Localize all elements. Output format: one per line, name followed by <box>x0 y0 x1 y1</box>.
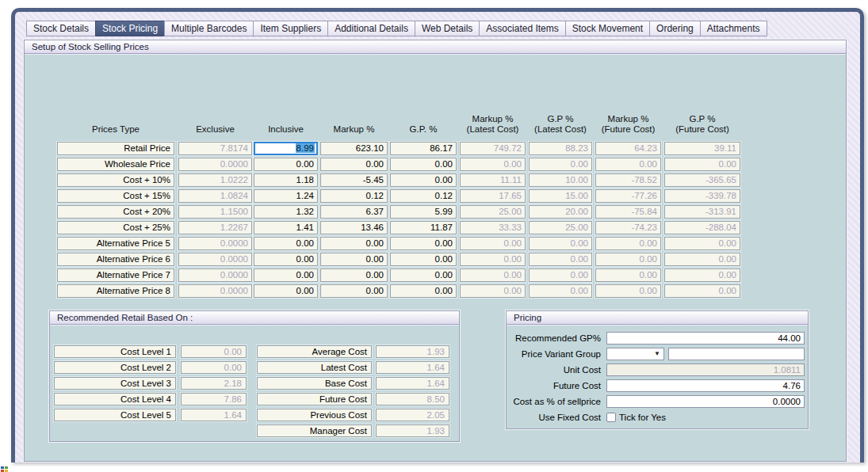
use-fixed-cost-checkbox[interactable] <box>606 413 616 422</box>
price-cell-inclusive[interactable]: 0.00 <box>254 158 318 171</box>
price-table: Retail Price 7.81748.99623.1086.17749.72… <box>57 142 740 300</box>
recommended-gp-input[interactable]: 44.00 <box>606 332 805 344</box>
price-cell-gp_latest: 0.00 <box>529 253 592 266</box>
price-table-row: Retail Price 7.81748.99623.1086.17749.72… <box>57 142 740 155</box>
price-cell-inclusive[interactable]: 1.41 <box>254 221 318 234</box>
price-cell-gp_future: 0.00 <box>664 284 740 298</box>
tab-label: Stock Movement <box>572 23 643 34</box>
price-cell-gp[interactable]: 0.00 <box>390 158 457 171</box>
price-cell-gp_latest: 0.00 <box>529 158 592 171</box>
cost-row: Latest Cost 1.64 <box>257 361 449 374</box>
price-cell-gp_future: -339.78 <box>664 189 740 203</box>
tab[interactable]: Multiple Barcodes <box>164 21 254 36</box>
price-cell-gp[interactable]: 0.12 <box>390 189 457 203</box>
price-cell-markup_latest: 25.00 <box>460 205 526 219</box>
cost-row-value: 2.18 <box>181 377 247 390</box>
tab-label: Ordering <box>656 23 694 34</box>
selected-text: 8.99 <box>296 143 315 153</box>
price-cell-markup[interactable]: 623.10 <box>320 142 388 155</box>
price-row-label: Cost + 25% <box>57 221 174 234</box>
price-cell-inclusive[interactable]: 0.00 <box>254 268 318 282</box>
price-cell-gp_latest: 0.00 <box>529 284 592 298</box>
cost-percent-sellprice-input[interactable]: 0.0000 <box>606 395 805 408</box>
price-cell-inclusive[interactable]: 0.00 <box>254 237 318 250</box>
cost-row-label: Manager Cost <box>257 424 372 437</box>
price-cell-gp[interactable]: 0.00 <box>390 284 457 298</box>
column-header-line1: G.P % <box>529 114 592 124</box>
price-cell-gp_future: 0.00 <box>664 253 740 266</box>
price-cell-markup_latest: 0.00 <box>460 268 526 282</box>
column-header-line2: (Future Cost) <box>595 124 661 135</box>
price-cell-gp[interactable]: 0.00 <box>390 268 457 282</box>
tab-label: Associated Items <box>486 23 558 34</box>
price-cell-markup_future: -75.84 <box>595 205 661 219</box>
price-variant-group-dropdown[interactable]: ▼ <box>606 348 664 360</box>
price-cell-inclusive[interactable]: 0.00 <box>254 284 318 298</box>
tick-for-yes-label: Tick for Yes <box>619 411 666 424</box>
price-cell-inclusive[interactable]: 1.24 <box>254 189 318 203</box>
tab[interactable]: Stock Pricing <box>95 21 165 36</box>
price-cell-markup_latest: 0.00 <box>460 158 526 171</box>
cost-row-label: Latest Cost <box>257 361 372 374</box>
cost-row-value: 7.86 <box>181 393 247 405</box>
tab[interactable]: Attachments <box>700 21 767 36</box>
price-table-row: Alternative Price 5 0.00000.000.000.000.… <box>57 237 740 250</box>
price-cell-markup[interactable]: 0.00 <box>320 284 388 298</box>
price-cell-markup[interactable]: -5.45 <box>320 173 388 187</box>
price-variant-group-input[interactable] <box>668 348 805 360</box>
price-cell-inclusive[interactable]: 1.18 <box>254 173 318 187</box>
tab[interactable]: Stock Details <box>26 21 96 36</box>
price-cell-markup[interactable]: 0.00 <box>320 237 388 250</box>
price-cell-gp[interactable]: 0.00 <box>390 237 457 250</box>
cost-row-value: 1.93 <box>376 345 449 358</box>
price-table-row: Alternative Price 6 0.00000.000.000.000.… <box>57 253 740 266</box>
column-header-line1: Markup % <box>320 124 388 135</box>
price-cell-markup[interactable]: 13.46 <box>320 221 388 234</box>
tab[interactable]: Stock Movement <box>565 21 650 36</box>
price-cell-markup_latest: 33.33 <box>460 221 526 234</box>
price-cell-markup[interactable]: 0.12 <box>320 189 388 203</box>
price-cell-markup_future: -78.52 <box>595 173 661 187</box>
future-cost-input[interactable]: 4.76 <box>606 379 805 392</box>
tab-label: Stock Pricing <box>102 23 158 34</box>
tab[interactable]: Web Details <box>415 21 480 36</box>
column-header-line1: Inclusive <box>254 124 318 135</box>
price-cell-gp_future: -313.91 <box>664 205 740 219</box>
price-cell-markup_latest: 17.65 <box>460 189 526 203</box>
tab-label: Stock Details <box>33 23 89 34</box>
column-header-line1: Markup % <box>460 114 526 124</box>
price-cell-inclusive[interactable]: 0.00 <box>254 253 318 266</box>
price-cell-gp_future: -365.65 <box>664 173 740 187</box>
price-cell-gp[interactable]: 11.87 <box>390 221 457 234</box>
price-table-row: Alternative Price 7 0.00000.000.000.000.… <box>57 268 740 282</box>
price-cell-gp[interactable]: 5.99 <box>390 205 457 219</box>
tab[interactable]: Associated Items <box>479 21 565 36</box>
column-header: Markup % <box>320 124 388 138</box>
price-cell-gp[interactable]: 0.00 <box>390 173 457 187</box>
cost-row-label: Cost Level 2 <box>54 361 176 374</box>
cost-row-label: Cost Level 5 <box>54 409 176 421</box>
cost-row-label: Cost Level 1 <box>54 345 176 358</box>
tab[interactable]: Additional Details <box>327 21 415 36</box>
cost-row: Base Cost 1.64 <box>257 377 449 390</box>
price-cell-markup[interactable]: 0.00 <box>320 268 388 282</box>
tab-label: Attachments <box>707 23 760 34</box>
price-cell-exclusive: 7.8174 <box>178 142 252 155</box>
cost-row-label: Average Cost <box>257 345 372 358</box>
cost-row-label: Cost Level 4 <box>54 393 176 405</box>
price-cell-markup[interactable]: 0.00 <box>320 253 388 266</box>
tab[interactable]: Ordering <box>649 21 701 36</box>
price-row-label: Cost + 20% <box>57 205 174 219</box>
price-cell-inclusive[interactable]: 1.32 <box>254 205 318 219</box>
price-cell-markup_future: -77.26 <box>595 189 661 203</box>
price-cell-inclusive[interactable]: 8.99 <box>254 142 318 155</box>
price-cell-gp[interactable]: 86.17 <box>390 142 457 155</box>
price-cell-gp[interactable]: 0.00 <box>390 253 457 266</box>
tab[interactable]: Item Suppliers <box>253 21 328 36</box>
price-cell-markup[interactable]: 0.00 <box>320 158 388 171</box>
column-header-line2: (Latest Cost) <box>529 124 592 135</box>
column-header: G.P. % <box>390 124 457 138</box>
price-cell-gp_latest: 25.00 <box>529 221 592 234</box>
price-cell-markup[interactable]: 6.37 <box>320 205 388 219</box>
column-header-line2: (Future Cost) <box>664 124 740 135</box>
